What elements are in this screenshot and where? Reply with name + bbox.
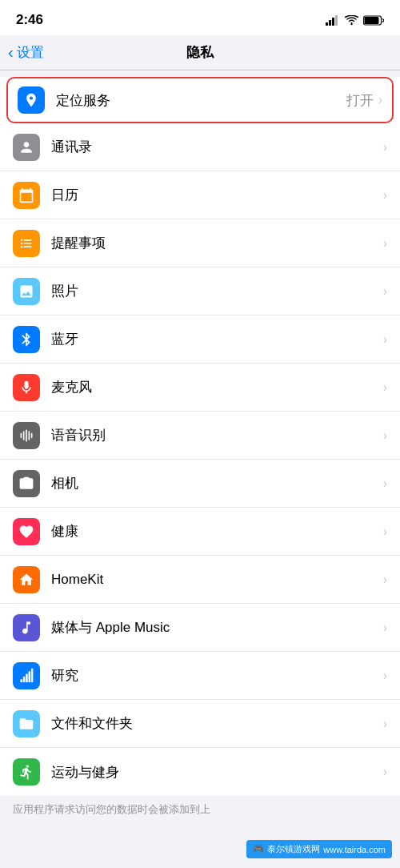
camera-label: 相机: [51, 474, 383, 492]
fitness-icon: [13, 758, 40, 786]
svg-rect-12: [24, 246, 32, 247]
location-value: 打开: [346, 91, 374, 110]
settings-item-location[interactable]: 定位服务打开›: [6, 77, 394, 123]
reminders-label: 提醒事项: [51, 234, 383, 252]
speechrecognition-icon: [13, 422, 40, 449]
svg-point-4: [350, 22, 352, 24]
status-icons: [326, 15, 384, 26]
svg-point-9: [21, 245, 23, 247]
photos-label: 照片: [51, 282, 383, 300]
nav-back-button[interactable]: ‹ 设置: [8, 43, 44, 62]
fitness-label: 运动与健身: [51, 763, 383, 782]
media-chevron-icon: ›: [383, 621, 387, 635]
speechrecognition-label: 语音识别: [51, 426, 383, 444]
research-label: 研究: [51, 666, 383, 685]
svg-rect-10: [24, 239, 32, 241]
calendar-label: 日历: [51, 186, 383, 204]
svg-rect-20: [26, 673, 28, 682]
bluetooth-label: 蓝牙: [51, 330, 383, 348]
svg-rect-21: [29, 671, 31, 682]
contacts-chevron-icon: ›: [383, 140, 387, 155]
files-chevron-icon: ›: [383, 717, 387, 731]
settings-item-health[interactable]: 健康›: [0, 508, 400, 556]
settings-item-microphone[interactable]: 麦克风›: [0, 364, 400, 412]
camera-icon: [13, 470, 40, 497]
settings-item-calendar[interactable]: 日历›: [0, 171, 400, 219]
contacts-label: 通讯录: [51, 138, 383, 156]
location-label: 定位服务: [56, 91, 346, 110]
signal-icon: [326, 15, 340, 26]
svg-rect-22: [31, 668, 34, 682]
reminders-icon: [13, 230, 40, 257]
calendar-chevron-icon: ›: [383, 188, 387, 203]
svg-rect-17: [31, 432, 33, 438]
camera-chevron-icon: ›: [383, 476, 387, 491]
location-chevron-icon: ›: [378, 93, 382, 107]
contacts-icon: [13, 134, 40, 161]
svg-rect-11: [24, 243, 32, 244]
svg-point-8: [21, 242, 23, 244]
watermark: 🎮 泰尔镇游戏网 www.tairda.com: [246, 840, 392, 858]
bluetooth-icon: [13, 326, 40, 353]
svg-rect-16: [29, 431, 30, 440]
nav-bar: ‹ 设置 隐私: [0, 35, 400, 70]
settings-item-media[interactable]: 媒体与 Apple Music›: [0, 604, 400, 652]
watermark-label: 泰尔镇游戏网: [267, 843, 320, 855]
status-time: 2:46: [16, 12, 43, 28]
research-icon: [13, 662, 40, 689]
svg-rect-13: [21, 432, 22, 438]
homekit-icon: [13, 566, 40, 593]
reminders-chevron-icon: ›: [383, 236, 387, 251]
bottom-note: 应用程序请求访问您的数据时会被添加到上: [0, 796, 400, 823]
svg-rect-6: [365, 17, 379, 24]
speechrecognition-chevron-icon: ›: [383, 428, 387, 443]
back-label: 设置: [17, 43, 44, 62]
research-chevron-icon: ›: [383, 669, 387, 683]
files-label: 文件和文件夹: [51, 714, 383, 733]
watermark-url: www.tairda.com: [323, 845, 386, 854]
svg-rect-1: [329, 20, 331, 26]
svg-rect-3: [335, 15, 338, 26]
wifi-icon: [345, 15, 358, 26]
microphone-chevron-icon: ›: [383, 380, 387, 395]
bluetooth-chevron-icon: ›: [383, 332, 387, 347]
settings-item-contacts[interactable]: 通讯录›: [0, 123, 400, 171]
microphone-label: 麦克风: [51, 378, 383, 396]
homekit-chevron-icon: ›: [383, 573, 387, 587]
svg-rect-0: [326, 22, 328, 26]
status-bar: 2:46: [0, 0, 400, 35]
settings-item-bluetooth[interactable]: 蓝牙›: [0, 315, 400, 364]
settings-item-speechrecognition[interactable]: 语音识别›: [0, 412, 400, 460]
settings-item-photos[interactable]: 照片›: [0, 267, 400, 315]
svg-rect-2: [332, 18, 334, 26]
media-icon: [13, 614, 40, 641]
fitness-chevron-icon: ›: [383, 765, 387, 779]
settings-item-homekit[interactable]: HomeKit›: [0, 556, 400, 604]
photos-chevron-icon: ›: [383, 284, 387, 299]
svg-rect-14: [23, 431, 25, 440]
battery-icon: [363, 15, 384, 26]
svg-point-7: [21, 239, 23, 241]
files-icon: [13, 710, 40, 737]
calendar-icon: [13, 182, 40, 209]
settings-item-camera[interactable]: 相机›: [0, 460, 400, 508]
settings-list: 定位服务打开›通讯录›日历›提醒事项›照片›蓝牙›麦克风›语音识别›相机›健康›…: [0, 77, 400, 796]
svg-rect-15: [26, 429, 27, 441]
svg-rect-18: [21, 679, 23, 682]
svg-rect-19: [23, 676, 25, 682]
health-label: 健康: [51, 522, 383, 540]
settings-item-reminders[interactable]: 提醒事项›: [0, 219, 400, 267]
homekit-label: HomeKit: [51, 572, 383, 588]
location-icon: [18, 86, 45, 114]
microphone-icon: [13, 374, 40, 401]
settings-item-research[interactable]: 研究›: [0, 652, 400, 700]
page-title: 隐私: [186, 43, 214, 62]
media-label: 媒体与 Apple Music: [51, 618, 383, 637]
settings-item-fitness[interactable]: 运动与健身›: [0, 748, 400, 796]
photos-icon: [13, 278, 40, 305]
health-icon: [13, 518, 40, 545]
settings-item-files[interactable]: 文件和文件夹›: [0, 700, 400, 748]
back-chevron-icon: ‹: [8, 43, 14, 62]
watermark-icon: 🎮: [253, 844, 264, 854]
health-chevron-icon: ›: [383, 524, 387, 539]
